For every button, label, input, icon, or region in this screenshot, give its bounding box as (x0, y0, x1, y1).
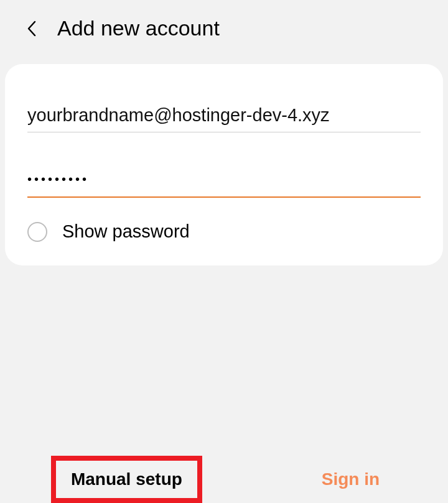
login-card: Show password (5, 64, 443, 265)
manual-setup-button[interactable]: Manual setup (51, 456, 202, 503)
checkbox-circle-icon[interactable] (27, 222, 47, 242)
password-input[interactable] (27, 168, 421, 198)
signin-button[interactable]: Sign in (304, 459, 397, 499)
back-icon[interactable] (25, 22, 39, 35)
page-title: Add new account (57, 16, 220, 40)
show-password-row[interactable]: Show password (27, 221, 421, 242)
show-password-label: Show password (62, 221, 190, 242)
email-input[interactable] (27, 101, 421, 132)
bottom-action-bar: Manual setup Sign in (0, 448, 448, 503)
header: Add new account (0, 0, 448, 57)
